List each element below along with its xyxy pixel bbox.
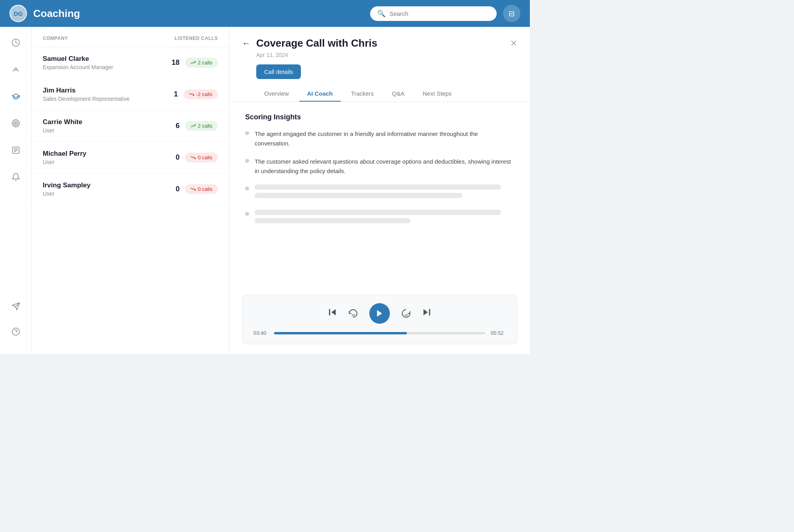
person-row[interactable]: Jim Harris Sales Development Representat… [32, 79, 229, 110]
insight-item: The customer asked relevant questions ab… [245, 157, 514, 176]
svg-point-10 [12, 328, 19, 335]
detail-title: Coverage Call with Chris [256, 37, 377, 49]
detail-panel: ← Coverage Call with Chris ✕ Apr 11, 202… [229, 27, 530, 354]
calls-badge: 0 calls [185, 153, 218, 162]
rewind-label: 15 [352, 314, 355, 317]
sidebar-item-help[interactable] [8, 324, 24, 340]
person-row[interactable]: Samuel Clarke Expansion Account Manager … [32, 47, 229, 79]
listened-count: 1 [168, 90, 178, 98]
svg-marker-15 [423, 309, 428, 315]
svg-rect-16 [429, 309, 430, 315]
back-button[interactable]: ← [242, 38, 251, 49]
listened-count: 0 [170, 153, 180, 162]
calls-badge: -2 calls [183, 89, 218, 99]
insight-item-skeleton [245, 210, 514, 226]
person-role: Sales Development Representative [43, 96, 168, 102]
search-bar[interactable]: 🔍 [370, 6, 497, 21]
tab-trackers[interactable]: Trackers [343, 86, 382, 102]
insight-item: The agent engaged the customer in a frie… [245, 129, 514, 148]
total-time: 05:52 [491, 330, 506, 336]
svg-point-2 [13, 121, 18, 126]
avatar: DG [9, 5, 27, 22]
skip-to-start-button[interactable] [327, 308, 337, 319]
search-icon: 🔍 [377, 9, 386, 18]
person-info: Irving Sampley User [43, 181, 170, 197]
person-role: User [43, 159, 170, 165]
col-listened: LISTENED CALLS [175, 36, 218, 41]
person-row[interactable]: Michael Perry User 0 0 calls [32, 142, 229, 174]
forward-label: 15 [405, 314, 408, 317]
top-nav: DG Coaching 🔍 ⊟ [0, 0, 530, 27]
tab-overview[interactable]: Overview [256, 86, 297, 102]
progress-bar[interactable] [274, 332, 485, 334]
col-company: COMPANY [43, 36, 68, 41]
person-info: Samuel Clarke Expansion Account Manager [43, 55, 170, 70]
svg-rect-12 [329, 309, 330, 315]
person-info: Jim Harris Sales Development Representat… [43, 87, 168, 102]
skip-to-end-button[interactable] [422, 308, 432, 319]
filter-icon: ⊟ [509, 9, 515, 18]
svg-point-1 [12, 120, 19, 127]
sidebar-item-clock[interactable] [8, 35, 24, 51]
person-row[interactable]: Carrie White User 6 2 calls [32, 110, 229, 142]
people-list: Samuel Clarke Expansion Account Manager … [32, 47, 229, 354]
calls-badge: 2 calls [185, 58, 218, 68]
detail-date: Apr 11, 2024 [256, 52, 517, 58]
rewind-15-button[interactable]: 15 [348, 308, 358, 319]
sidebar-item-coaching[interactable] [8, 89, 24, 104]
person-name: Carrie White [43, 118, 170, 126]
insight-dot [245, 187, 249, 191]
sidebar-item-handshake[interactable] [8, 62, 24, 77]
sidebar-bottom [8, 298, 24, 346]
svg-marker-14 [377, 310, 382, 317]
listened-count: 6 [170, 122, 180, 130]
close-button[interactable]: ✕ [510, 38, 517, 49]
app-title: Coaching [33, 8, 364, 20]
play-button[interactable] [369, 303, 390, 324]
tab-qa[interactable]: Q&A [384, 86, 412, 102]
sidebar-item-send[interactable] [8, 298, 24, 314]
person-stats: 6 2 calls [170, 121, 218, 131]
person-name: Samuel Clarke [43, 55, 170, 63]
insight-item-skeleton [245, 185, 514, 201]
sidebar-item-reports[interactable] [8, 142, 24, 158]
insight-dot [245, 131, 249, 135]
listened-count: 0 [170, 185, 180, 193]
tab-ai-coach[interactable]: AI Coach [299, 86, 341, 102]
call-details-button[interactable]: Call details [256, 64, 301, 79]
svg-marker-13 [331, 309, 336, 315]
person-name: Jim Harris [43, 87, 168, 94]
person-stats: 0 0 calls [170, 184, 218, 194]
person-role: Expansion Account Manager [43, 64, 170, 70]
sidebar-item-target[interactable] [8, 115, 24, 131]
main-layout: COMPANY LISTENED CALLS Samuel Clarke Exp… [0, 27, 530, 354]
calls-badge: 0 calls [185, 184, 218, 194]
sidebar-item-bell[interactable] [8, 169, 24, 185]
current-time: 03:40 [253, 330, 268, 336]
person-role: User [43, 127, 170, 134]
scoring-title: Scoring Insights [245, 113, 514, 121]
tab-next-steps[interactable]: Next Steps [415, 86, 459, 102]
svg-point-3 [15, 123, 17, 124]
person-row[interactable]: Irving Sampley User 0 0 calls [32, 174, 229, 205]
detail-tabs: Overview AI Coach Trackers Q&A Next Step… [256, 86, 517, 102]
forward-15-button[interactable]: 15 [401, 308, 411, 319]
insight-dot [245, 159, 249, 163]
insight-dot [245, 212, 249, 216]
person-info: Carrie White User [43, 118, 170, 134]
detail-header: ← Coverage Call with Chris ✕ Apr 11, 202… [229, 27, 530, 102]
person-info: Michael Perry User [43, 150, 170, 165]
insight-text: The agent engaged the customer in a frie… [255, 129, 514, 148]
person-stats: 0 0 calls [170, 153, 218, 162]
search-input[interactable] [389, 10, 490, 17]
person-name: Irving Sampley [43, 181, 170, 189]
calls-badge: 2 calls [185, 121, 218, 131]
player-controls: 15 15 [253, 303, 506, 324]
insight-text: The customer asked relevant questions ab… [255, 157, 514, 176]
detail-title-left: ← Coverage Call with Chris [242, 37, 377, 49]
sidebar [0, 27, 32, 354]
filter-button[interactable]: ⊟ [503, 5, 520, 22]
people-header: COMPANY LISTENED CALLS [32, 27, 229, 47]
people-panel: COMPANY LISTENED CALLS Samuel Clarke Exp… [32, 27, 229, 354]
detail-content: Scoring Insights The agent engaged the c… [229, 102, 530, 289]
